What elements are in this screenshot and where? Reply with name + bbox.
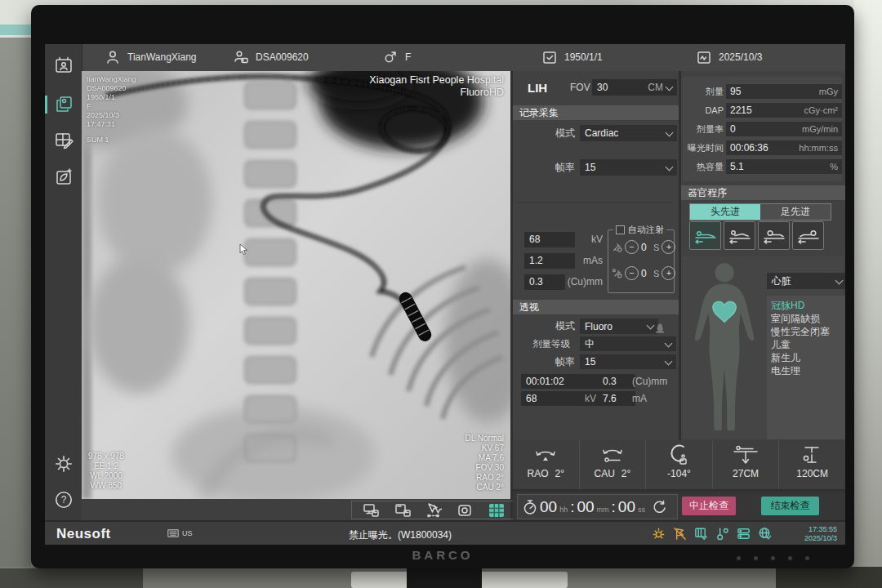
chevron-down-icon (666, 82, 674, 91)
pointer-tool-button[interactable] (425, 503, 442, 518)
fov-row: LIH FOV 30 CM (513, 78, 679, 97)
c-arm-icon (666, 444, 691, 466)
pedal-icon (653, 320, 666, 333)
kv-field: 68 (524, 232, 575, 247)
help-icon: ? (53, 489, 74, 510)
inject-row-2: − 0 S + (612, 266, 675, 280)
larm-readout: -104° (645, 440, 712, 489)
fluoro-ma-unit: mA (632, 393, 647, 404)
study-id: DSA009620 (256, 51, 309, 63)
mouse-cursor (239, 244, 249, 256)
body-region-select[interactable]: 心脏 (767, 273, 845, 289)
body-map[interactable] (685, 259, 764, 437)
acquisition-icon (53, 94, 74, 115)
sidebar-item-acquisition[interactable] (53, 94, 74, 115)
dose-report-panel: 剂量95mGy DAP2215cGy·cm² 剂量率0mGy/min 曝光时间0… (683, 77, 842, 181)
timer-minutes: 00 (577, 498, 594, 516)
tab-feet-first[interactable]: 足先进 (760, 204, 831, 220)
patient-name-item: TianWangXiang (105, 44, 197, 69)
auto-inject-checkbox[interactable] (616, 225, 625, 234)
mode-label: 模式 (555, 127, 575, 140)
protocol-item[interactable]: 慢性完全闭塞 (771, 325, 841, 338)
sidebar-item-patient[interactable] (53, 55, 74, 76)
sidebar-item-settings[interactable] (53, 453, 74, 474)
image-new-icon (53, 167, 74, 188)
fluoro-fps-select[interactable]: 15 (580, 354, 676, 369)
patient-supine-icon (693, 227, 718, 245)
exposure-warning: 禁止曝光。(W1800034) (349, 528, 452, 542)
monitor-bezel: TianWangXiang DSA009620 F 1950/1/1 2025/… (31, 5, 854, 568)
grid-edit-icon (53, 130, 74, 151)
sidebar-item-review[interactable] (53, 130, 74, 151)
position-button-1[interactable] (689, 221, 721, 250)
monitor-brand: BARCO (31, 548, 854, 562)
sidebar-item-report[interactable] (53, 167, 74, 188)
sidebar: ? (45, 44, 82, 520)
frame-save-button[interactable] (394, 503, 411, 518)
protocol-item[interactable]: 新生儿 (771, 351, 841, 364)
fov-select[interactable]: 30 CM (592, 79, 677, 96)
fov-label: FOV (570, 82, 590, 93)
image-overlay-hospital: Xiaogan Fisrt People Hospital FluoroHD (369, 74, 504, 99)
user-icon (105, 49, 121, 65)
monitor-buttons[interactable] (737, 556, 809, 560)
birth-date: 1950/1/1 (564, 51, 603, 63)
inject2-minus-button[interactable]: − (625, 266, 639, 280)
sidebar-item-help[interactable]: ? (53, 489, 74, 510)
abort-exam-button[interactable]: 中止检查 (682, 497, 736, 515)
position-button-2[interactable] (724, 221, 755, 250)
position-button-3[interactable] (758, 221, 790, 250)
position-button-4[interactable] (792, 221, 824, 250)
inject1-value: 0 (641, 242, 651, 253)
record-section-header: 记录采集 (513, 105, 679, 120)
storage-icon (736, 526, 751, 541)
fps-label: 帧率 (555, 161, 575, 175)
snapshot-button[interactable] (457, 503, 473, 518)
inject2-value: 0 (641, 268, 651, 279)
finish-exam-button[interactable]: 结束检查 (761, 497, 819, 515)
protocol-item[interactable]: 电生理 (771, 364, 841, 377)
detector-check-icon (693, 526, 709, 541)
study-id-item: DSA009620 (233, 44, 309, 69)
layout-grid-button[interactable] (488, 503, 505, 518)
gender-icon (382, 49, 399, 65)
keyboard-layout[interactable]: US (167, 529, 193, 537)
record-fps-value: 15 (585, 162, 595, 173)
exposure-time-field: 00:06:36hh:mm:ss (726, 140, 842, 155)
screen-save-button[interactable] (363, 503, 379, 518)
frame-save-icon (394, 502, 411, 518)
inject1-minus-button[interactable]: − (625, 240, 639, 254)
protocol-item[interactable]: 冠脉HD (771, 299, 841, 312)
dose-level-select[interactable]: 中 (580, 336, 676, 351)
record-mode-select[interactable]: Cardiac (580, 125, 677, 141)
protocol-item[interactable]: 儿童 (771, 338, 841, 351)
record-fps-select[interactable]: 15 (580, 159, 677, 176)
screen: TianWangXiang DSA009620 F 1950/1/1 2025/… (45, 44, 845, 545)
fluoro-mode-select[interactable]: Fluoro (580, 318, 658, 334)
acquisition-panel: LIH FOV 30 CM 记录采集 模式 Cardiac (513, 71, 679, 440)
inject2-plus-button[interactable]: + (662, 266, 675, 280)
record-mode-row: 模式 Cardiac (513, 125, 679, 141)
inject1-plus-button[interactable]: + (662, 240, 675, 254)
protocol-item[interactable]: 室间隔缺损 (771, 312, 841, 325)
inject2-unit: S (653, 269, 659, 278)
system-status-icons (651, 526, 773, 541)
mas-unit: mAs (583, 255, 603, 266)
tab-head-first[interactable]: 头先进 (690, 204, 760, 220)
cau-readout: CAU2° (579, 440, 646, 489)
patient-head-right-prone-icon (796, 227, 821, 245)
fluoro-fps-label: 帧率 (555, 355, 575, 369)
user-id-icon (233, 49, 249, 65)
system-time: 17:35:55 (804, 525, 837, 534)
body-region-value: 心脏 (772, 274, 791, 288)
birth-date-item: 1950/1/1 (541, 44, 603, 69)
cu-row: 0.3 (Cu)mm (513, 274, 603, 290)
syringe-contrast-icon (612, 268, 622, 278)
gantry-status-row: RAO2° CAU2° -104° 27CM 120CM (513, 440, 845, 489)
auto-inject-group: 自动注射 − 0 S + − 0 S + (608, 229, 675, 293)
timer-reset-icon[interactable] (653, 500, 666, 514)
table-height-icon (732, 444, 760, 466)
dose-rate-label: 剂量率 (683, 123, 724, 136)
fluoro-mode-label: 模式 (555, 319, 575, 333)
pointer-icon (425, 502, 442, 518)
